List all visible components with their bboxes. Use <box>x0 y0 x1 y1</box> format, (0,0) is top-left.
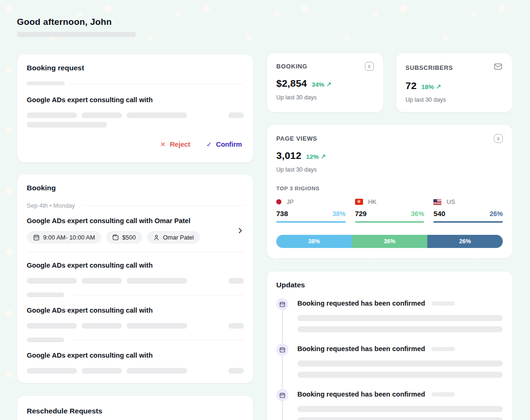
delta-value: 34% <box>311 81 324 88</box>
skeleton-pill <box>27 278 77 284</box>
booking-request-subheader-skeleton <box>27 82 244 85</box>
booking-item-title: Google ADs expert consulting call with <box>27 352 244 359</box>
stat-caption: Up last 30 days <box>406 97 503 103</box>
skeleton-pill <box>228 112 244 118</box>
region-underline <box>355 221 424 223</box>
stat-value-row: 3,012 12% ↗ <box>276 150 503 161</box>
booking-title: Booking <box>27 184 244 192</box>
stat-value: 3,012 <box>276 150 302 161</box>
wallet-icon <box>112 234 119 241</box>
update-item-header: Booking requested has been confirmed <box>297 345 503 352</box>
update-item-body: Booking requested has been confirmed <box>297 298 503 332</box>
region-underline <box>276 221 346 223</box>
update-item: Booking requested has been confirmed <box>276 344 503 378</box>
skeleton-pill <box>228 278 244 284</box>
skeleton-row <box>27 112 244 118</box>
update-item: Booking requested has been confirmed <box>276 389 503 420</box>
region-code: JP <box>287 198 294 205</box>
booking-item-title: Google ADs expert consulting call with O… <box>27 217 233 225</box>
region-value: 738 <box>276 210 288 218</box>
confirm-button[interactable]: ✓ Confirm <box>206 141 242 148</box>
booking-card: Booking Sep 4th • Monday Google ADs expe… <box>17 174 254 383</box>
region-numbers: 738 38% <box>276 210 346 218</box>
skeleton-pill <box>82 323 122 329</box>
skeleton-bar <box>297 372 503 378</box>
bar-segment-us: 26% <box>427 235 503 248</box>
japan-flag-icon <box>276 199 281 204</box>
update-item-header: Booking requested has been confirmed <box>297 300 503 307</box>
attendee-chip-label: Omar Patel <box>163 234 194 241</box>
delta-value: 18% <box>421 83 434 90</box>
trend-up-icon: ↗ <box>436 83 441 90</box>
divider <box>74 340 244 340</box>
skeleton-pill <box>82 278 122 284</box>
booking-item-title: Google ADs expert consulting call with <box>27 262 244 269</box>
updates-timeline: Booking requested has been confirmed Boo… <box>276 298 503 420</box>
skeleton-row <box>27 122 244 128</box>
stat-caption: Up last 30 days <box>276 166 503 173</box>
stat-delta: 12% ↗ <box>306 153 326 160</box>
skeleton-pill <box>127 323 187 329</box>
skeleton-pill <box>432 392 455 397</box>
us-flag-icon <box>433 199 441 205</box>
skeleton-bar <box>297 406 503 412</box>
region-numbers: 729 36% <box>355 210 424 218</box>
skeleton-row <box>27 278 244 284</box>
right-column: BOOKING s $2,854 34% ↗ Up last 30 days S… <box>266 52 513 420</box>
update-item-body: Booking requested has been confirmed <box>297 389 503 420</box>
regions-stacked-bar: 38% 36% 26% <box>276 235 503 248</box>
skeleton-pill <box>228 368 244 374</box>
trend-up-icon: ↗ <box>326 81 331 88</box>
skeleton-pill <box>27 82 65 85</box>
calendar-icon <box>276 344 288 356</box>
skeleton-pill <box>27 368 77 374</box>
regions-row: JP 738 38% ✻ HK 729 36% <box>276 198 503 223</box>
mail-icon <box>493 62 503 73</box>
region-percent: 38% <box>333 210 346 218</box>
skeleton-pill <box>27 112 77 118</box>
divider <box>69 83 244 84</box>
price-chip: $500 <box>106 231 142 244</box>
divider <box>27 252 244 252</box>
confirm-button-label: Confirm <box>216 141 242 148</box>
top-regions-title: TOP 3 RIGIONS <box>276 186 503 191</box>
greeting-skeleton <box>17 32 136 37</box>
price-chip-label: $500 <box>122 234 136 241</box>
skeleton-pill <box>228 323 244 329</box>
time-chip: 9:00 AM- 10:00 AM <box>27 231 101 244</box>
skeleton-pill <box>27 338 64 342</box>
booking-request-actions: ✕ Reject ✓ Confirm <box>27 141 242 148</box>
region-code: HK <box>368 198 377 205</box>
divider <box>83 205 244 206</box>
bar-segment-hk: 36% <box>352 235 427 248</box>
region-us: US 540 26% <box>433 198 503 223</box>
skeleton-pill <box>27 122 107 128</box>
booking-date-label: Sep 4th • Monday <box>27 202 75 209</box>
region-header: ✻ HK <box>355 198 424 205</box>
update-item-title: Booking requested has been confirmed <box>297 300 425 307</box>
dashboard-page: Good afternoon, John Booking request Goo… <box>0 0 530 420</box>
update-item-header: Booking requested has been confirmed <box>297 390 503 398</box>
booking-item[interactable]: Google ADs expert consulting call with O… <box>27 217 244 244</box>
time-chip-label: 9:00 AM- 10:00 AM <box>43 234 95 241</box>
booking-date-header: Sep 4th • Monday <box>27 202 244 209</box>
date-header-skeleton <box>27 338 244 342</box>
region-value: 540 <box>433 210 445 218</box>
stat-caption: Up last 30 days <box>276 94 374 101</box>
subscribers-stat-card: SUBSCRIBERS 72 18% ↗ Up last 30 days <box>396 52 513 112</box>
stat-cards-row: BOOKING s $2,854 34% ↗ Up last 30 days S… <box>266 52 513 112</box>
skeleton-bar <box>297 315 503 321</box>
skeleton-pill <box>432 301 455 306</box>
booking-item-title: Google ADs expert consulting call with <box>27 307 244 314</box>
reschedule-requests-card: Reschedule Requests <box>17 395 254 420</box>
booking-item-main: Google ADs expert consulting call with O… <box>27 217 233 244</box>
stat-value-row: $2,854 34% ↗ <box>276 78 374 89</box>
calendar-icon <box>33 234 40 241</box>
reject-button[interactable]: ✕ Reject <box>160 141 190 148</box>
date-header-skeleton <box>27 292 244 297</box>
region-percent: 36% <box>411 210 424 218</box>
booking-request-title: Booking request <box>27 64 244 72</box>
region-value: 729 <box>355 210 367 218</box>
chevron-right-icon[interactable] <box>236 227 244 234</box>
attendee-chip: Omar Patel <box>147 231 200 244</box>
